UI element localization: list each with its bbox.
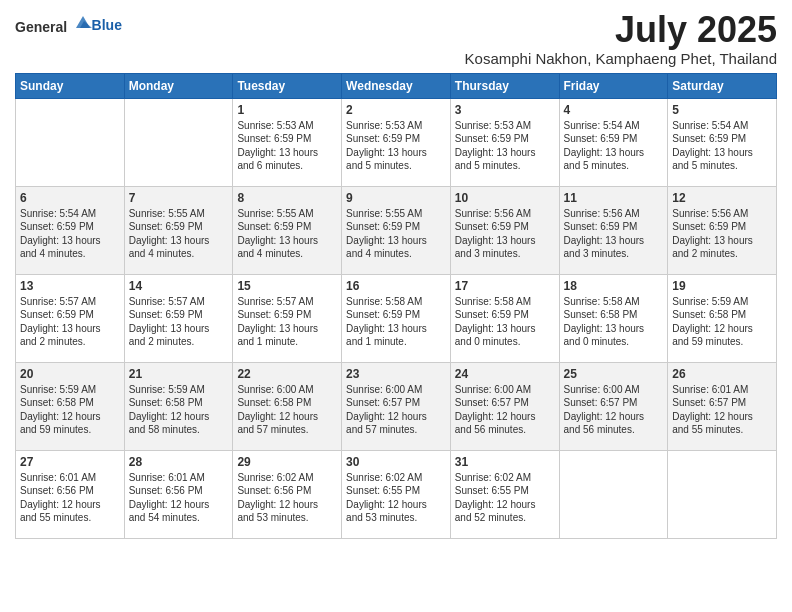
day-cell	[668, 450, 777, 538]
day-cell: 1Sunrise: 5:53 AM Sunset: 6:59 PM Daylig…	[233, 98, 342, 186]
day-info: Sunrise: 6:02 AM Sunset: 6:56 PM Dayligh…	[237, 471, 337, 525]
day-number: 19	[672, 279, 772, 293]
day-number: 7	[129, 191, 229, 205]
week-row-4: 20Sunrise: 5:59 AM Sunset: 6:58 PM Dayli…	[16, 362, 777, 450]
day-number: 21	[129, 367, 229, 381]
day-cell: 11Sunrise: 5:56 AM Sunset: 6:59 PM Dayli…	[559, 186, 668, 274]
day-number: 26	[672, 367, 772, 381]
week-row-3: 13Sunrise: 5:57 AM Sunset: 6:59 PM Dayli…	[16, 274, 777, 362]
day-cell	[16, 98, 125, 186]
day-cell: 8Sunrise: 5:55 AM Sunset: 6:59 PM Daylig…	[233, 186, 342, 274]
day-cell: 20Sunrise: 5:59 AM Sunset: 6:58 PM Dayli…	[16, 362, 125, 450]
day-info: Sunrise: 5:58 AM Sunset: 6:58 PM Dayligh…	[564, 295, 664, 349]
day-cell: 18Sunrise: 5:58 AM Sunset: 6:58 PM Dayli…	[559, 274, 668, 362]
day-number: 9	[346, 191, 446, 205]
day-number: 23	[346, 367, 446, 381]
day-number: 2	[346, 103, 446, 117]
day-info: Sunrise: 5:59 AM Sunset: 6:58 PM Dayligh…	[20, 383, 120, 437]
day-number: 15	[237, 279, 337, 293]
logo-blue: Blue	[92, 17, 122, 33]
day-number: 11	[564, 191, 664, 205]
day-cell: 22Sunrise: 6:00 AM Sunset: 6:58 PM Dayli…	[233, 362, 342, 450]
day-info: Sunrise: 5:53 AM Sunset: 6:59 PM Dayligh…	[237, 119, 337, 173]
day-cell: 28Sunrise: 6:01 AM Sunset: 6:56 PM Dayli…	[124, 450, 233, 538]
day-info: Sunrise: 5:57 AM Sunset: 6:59 PM Dayligh…	[20, 295, 120, 349]
header: General Blue July 2025 Kosamphi Nakhon, …	[15, 10, 777, 67]
column-header-monday: Monday	[124, 73, 233, 98]
day-number: 4	[564, 103, 664, 117]
day-cell: 6Sunrise: 5:54 AM Sunset: 6:59 PM Daylig…	[16, 186, 125, 274]
day-cell: 17Sunrise: 5:58 AM Sunset: 6:59 PM Dayli…	[450, 274, 559, 362]
main-title: July 2025	[465, 10, 777, 50]
day-number: 6	[20, 191, 120, 205]
day-number: 25	[564, 367, 664, 381]
day-info: Sunrise: 6:01 AM Sunset: 6:57 PM Dayligh…	[672, 383, 772, 437]
day-number: 22	[237, 367, 337, 381]
day-cell: 5Sunrise: 5:54 AM Sunset: 6:59 PM Daylig…	[668, 98, 777, 186]
day-number: 17	[455, 279, 555, 293]
day-cell: 25Sunrise: 6:00 AM Sunset: 6:57 PM Dayli…	[559, 362, 668, 450]
week-row-1: 1Sunrise: 5:53 AM Sunset: 6:59 PM Daylig…	[16, 98, 777, 186]
day-cell: 26Sunrise: 6:01 AM Sunset: 6:57 PM Dayli…	[668, 362, 777, 450]
day-cell: 16Sunrise: 5:58 AM Sunset: 6:59 PM Dayli…	[342, 274, 451, 362]
day-cell: 21Sunrise: 5:59 AM Sunset: 6:58 PM Dayli…	[124, 362, 233, 450]
day-cell: 9Sunrise: 5:55 AM Sunset: 6:59 PM Daylig…	[342, 186, 451, 274]
day-info: Sunrise: 6:02 AM Sunset: 6:55 PM Dayligh…	[346, 471, 446, 525]
day-cell: 10Sunrise: 5:56 AM Sunset: 6:59 PM Dayli…	[450, 186, 559, 274]
column-header-wednesday: Wednesday	[342, 73, 451, 98]
day-info: Sunrise: 5:54 AM Sunset: 6:59 PM Dayligh…	[564, 119, 664, 173]
day-cell: 2Sunrise: 5:53 AM Sunset: 6:59 PM Daylig…	[342, 98, 451, 186]
column-header-thursday: Thursday	[450, 73, 559, 98]
day-cell	[559, 450, 668, 538]
day-cell: 4Sunrise: 5:54 AM Sunset: 6:59 PM Daylig…	[559, 98, 668, 186]
logo: General Blue	[15, 14, 122, 36]
day-info: Sunrise: 5:54 AM Sunset: 6:59 PM Dayligh…	[20, 207, 120, 261]
day-info: Sunrise: 6:00 AM Sunset: 6:57 PM Dayligh…	[564, 383, 664, 437]
day-number: 31	[455, 455, 555, 469]
day-number: 1	[237, 103, 337, 117]
day-cell: 15Sunrise: 5:57 AM Sunset: 6:59 PM Dayli…	[233, 274, 342, 362]
week-row-5: 27Sunrise: 6:01 AM Sunset: 6:56 PM Dayli…	[16, 450, 777, 538]
day-number: 13	[20, 279, 120, 293]
subtitle: Kosamphi Nakhon, Kamphaeng Phet, Thailan…	[465, 50, 777, 67]
day-info: Sunrise: 6:00 AM Sunset: 6:57 PM Dayligh…	[346, 383, 446, 437]
day-info: Sunrise: 5:57 AM Sunset: 6:59 PM Dayligh…	[237, 295, 337, 349]
calendar-table: SundayMondayTuesdayWednesdayThursdayFrid…	[15, 73, 777, 539]
header-row: SundayMondayTuesdayWednesdayThursdayFrid…	[16, 73, 777, 98]
day-info: Sunrise: 5:55 AM Sunset: 6:59 PM Dayligh…	[346, 207, 446, 261]
day-info: Sunrise: 5:58 AM Sunset: 6:59 PM Dayligh…	[346, 295, 446, 349]
day-number: 27	[20, 455, 120, 469]
day-info: Sunrise: 5:55 AM Sunset: 6:59 PM Dayligh…	[129, 207, 229, 261]
day-info: Sunrise: 5:55 AM Sunset: 6:59 PM Dayligh…	[237, 207, 337, 261]
column-header-tuesday: Tuesday	[233, 73, 342, 98]
day-info: Sunrise: 5:56 AM Sunset: 6:59 PM Dayligh…	[455, 207, 555, 261]
day-cell: 12Sunrise: 5:56 AM Sunset: 6:59 PM Dayli…	[668, 186, 777, 274]
day-number: 10	[455, 191, 555, 205]
column-header-friday: Friday	[559, 73, 668, 98]
day-info: Sunrise: 5:53 AM Sunset: 6:59 PM Dayligh…	[346, 119, 446, 173]
day-info: Sunrise: 5:57 AM Sunset: 6:59 PM Dayligh…	[129, 295, 229, 349]
day-info: Sunrise: 5:54 AM Sunset: 6:59 PM Dayligh…	[672, 119, 772, 173]
day-cell: 14Sunrise: 5:57 AM Sunset: 6:59 PM Dayli…	[124, 274, 233, 362]
day-info: Sunrise: 5:58 AM Sunset: 6:59 PM Dayligh…	[455, 295, 555, 349]
day-number: 20	[20, 367, 120, 381]
day-cell: 7Sunrise: 5:55 AM Sunset: 6:59 PM Daylig…	[124, 186, 233, 274]
day-number: 12	[672, 191, 772, 205]
day-number: 28	[129, 455, 229, 469]
day-cell	[124, 98, 233, 186]
column-header-sunday: Sunday	[16, 73, 125, 98]
day-cell: 29Sunrise: 6:02 AM Sunset: 6:56 PM Dayli…	[233, 450, 342, 538]
day-number: 14	[129, 279, 229, 293]
logo-general: General	[15, 19, 67, 35]
day-cell: 30Sunrise: 6:02 AM Sunset: 6:55 PM Dayli…	[342, 450, 451, 538]
day-info: Sunrise: 6:01 AM Sunset: 6:56 PM Dayligh…	[129, 471, 229, 525]
day-info: Sunrise: 6:00 AM Sunset: 6:58 PM Dayligh…	[237, 383, 337, 437]
day-number: 30	[346, 455, 446, 469]
day-cell: 27Sunrise: 6:01 AM Sunset: 6:56 PM Dayli…	[16, 450, 125, 538]
day-number: 24	[455, 367, 555, 381]
title-area: July 2025 Kosamphi Nakhon, Kamphaeng Phe…	[465, 10, 777, 67]
day-info: Sunrise: 5:59 AM Sunset: 6:58 PM Dayligh…	[129, 383, 229, 437]
day-cell: 19Sunrise: 5:59 AM Sunset: 6:58 PM Dayli…	[668, 274, 777, 362]
day-info: Sunrise: 5:53 AM Sunset: 6:59 PM Dayligh…	[455, 119, 555, 173]
day-info: Sunrise: 5:56 AM Sunset: 6:59 PM Dayligh…	[564, 207, 664, 261]
